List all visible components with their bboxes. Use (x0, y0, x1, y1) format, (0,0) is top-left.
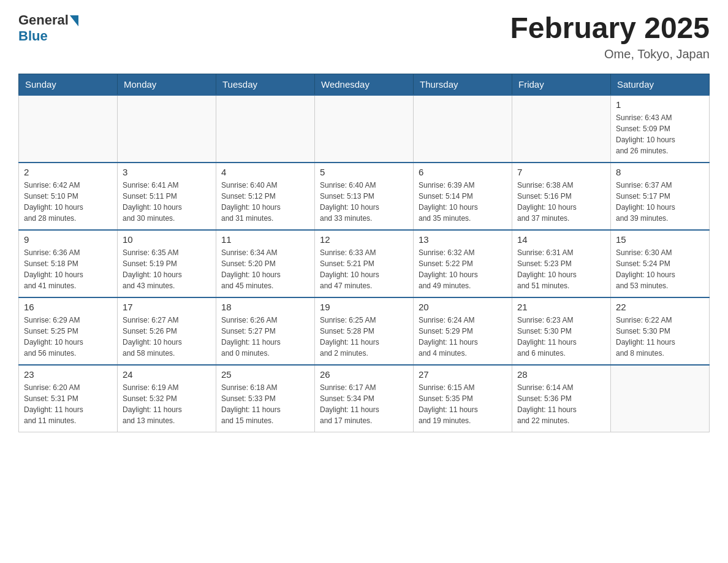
day-info: Sunrise: 6:41 AMSunset: 5:11 PMDaylight:… (123, 180, 211, 224)
week-row-3: 16Sunrise: 6:29 AMSunset: 5:25 PMDayligh… (19, 297, 710, 365)
day-cell: 2Sunrise: 6:42 AMSunset: 5:10 PMDaylight… (19, 163, 118, 230)
day-number: 11 (221, 234, 309, 245)
day-info: Sunrise: 6:24 AMSunset: 5:29 PMDaylight:… (419, 315, 507, 359)
day-number: 26 (320, 369, 408, 380)
day-cell: 21Sunrise: 6:23 AMSunset: 5:30 PMDayligh… (512, 297, 611, 365)
day-cell: 6Sunrise: 6:39 AMSunset: 5:14 PMDaylight… (414, 163, 512, 230)
day-cell: 1Sunrise: 6:43 AMSunset: 5:09 PMDaylight… (611, 95, 710, 163)
day-number: 20 (419, 302, 507, 312)
col-header-monday: Monday (118, 74, 216, 95)
day-cell: 25Sunrise: 6:18 AMSunset: 5:33 PMDayligh… (216, 365, 315, 432)
day-cell: 4Sunrise: 6:40 AMSunset: 5:12 PMDaylight… (216, 163, 315, 230)
day-number: 23 (24, 369, 112, 380)
day-cell: 5Sunrise: 6:40 AMSunset: 5:13 PMDaylight… (315, 163, 414, 230)
day-number: 19 (320, 302, 408, 312)
day-number: 25 (221, 369, 309, 380)
day-number: 4 (221, 167, 309, 177)
day-cell: 13Sunrise: 6:32 AMSunset: 5:22 PMDayligh… (414, 230, 512, 297)
day-number: 27 (419, 369, 507, 380)
day-number: 2 (24, 167, 112, 177)
day-number: 6 (419, 167, 507, 177)
day-info: Sunrise: 6:32 AMSunset: 5:22 PMDaylight:… (419, 247, 507, 291)
day-info: Sunrise: 6:15 AMSunset: 5:35 PMDaylight:… (419, 382, 507, 426)
day-info: Sunrise: 6:14 AMSunset: 5:36 PMDaylight:… (517, 382, 605, 426)
day-info: Sunrise: 6:26 AMSunset: 5:27 PMDaylight:… (221, 315, 309, 359)
day-cell: 9Sunrise: 6:36 AMSunset: 5:18 PMDaylight… (19, 230, 118, 297)
day-info: Sunrise: 6:31 AMSunset: 5:23 PMDaylight:… (517, 247, 605, 291)
day-cell: 20Sunrise: 6:24 AMSunset: 5:29 PMDayligh… (414, 297, 512, 365)
col-header-friday: Friday (512, 74, 611, 95)
day-cell (611, 365, 710, 432)
day-info: Sunrise: 6:36 AMSunset: 5:18 PMDaylight:… (24, 247, 112, 291)
calendar-title: February 2025 (510, 12, 710, 45)
week-row-2: 9Sunrise: 6:36 AMSunset: 5:18 PMDaylight… (19, 230, 710, 297)
day-cell: 15Sunrise: 6:30 AMSunset: 5:24 PMDayligh… (611, 230, 710, 297)
day-number: 10 (123, 234, 211, 245)
week-row-0: 1Sunrise: 6:43 AMSunset: 5:09 PMDaylight… (19, 95, 710, 163)
day-cell: 27Sunrise: 6:15 AMSunset: 5:35 PMDayligh… (414, 365, 512, 432)
day-number: 3 (123, 167, 211, 177)
day-cell (512, 95, 611, 163)
day-info: Sunrise: 6:43 AMSunset: 5:09 PMDaylight:… (616, 112, 704, 156)
day-cell: 8Sunrise: 6:37 AMSunset: 5:17 PMDaylight… (611, 163, 710, 230)
week-row-1: 2Sunrise: 6:42 AMSunset: 5:10 PMDaylight… (19, 163, 710, 230)
day-cell: 10Sunrise: 6:35 AMSunset: 5:19 PMDayligh… (118, 230, 216, 297)
title-block: February 2025 Ome, Tokyo, Japan (510, 12, 710, 61)
calendar-table: SundayMondayTuesdayWednesdayThursdayFrid… (18, 74, 710, 433)
day-cell (19, 95, 118, 163)
day-cell: 3Sunrise: 6:41 AMSunset: 5:11 PMDaylight… (118, 163, 216, 230)
day-cell: 18Sunrise: 6:26 AMSunset: 5:27 PMDayligh… (216, 297, 315, 365)
day-cell (216, 95, 315, 163)
day-info: Sunrise: 6:27 AMSunset: 5:26 PMDaylight:… (123, 315, 211, 359)
day-number: 12 (320, 234, 408, 245)
day-number: 15 (616, 234, 704, 245)
day-info: Sunrise: 6:30 AMSunset: 5:24 PMDaylight:… (616, 247, 704, 291)
col-header-saturday: Saturday (611, 74, 710, 95)
day-info: Sunrise: 6:34 AMSunset: 5:20 PMDaylight:… (221, 247, 309, 291)
day-cell: 28Sunrise: 6:14 AMSunset: 5:36 PMDayligh… (512, 365, 611, 432)
page-header: General Blue February 2025 Ome, Tokyo, J… (18, 12, 710, 61)
week-row-4: 23Sunrise: 6:20 AMSunset: 5:31 PMDayligh… (19, 365, 710, 432)
day-info: Sunrise: 6:39 AMSunset: 5:14 PMDaylight:… (419, 180, 507, 224)
day-info: Sunrise: 6:19 AMSunset: 5:32 PMDaylight:… (123, 382, 211, 426)
day-info: Sunrise: 6:17 AMSunset: 5:34 PMDaylight:… (320, 382, 408, 426)
day-cell (118, 95, 216, 163)
day-number: 17 (123, 302, 211, 312)
calendar-subtitle: Ome, Tokyo, Japan (510, 47, 710, 61)
day-number: 7 (517, 167, 605, 177)
day-cell: 7Sunrise: 6:38 AMSunset: 5:16 PMDaylight… (512, 163, 611, 230)
day-cell (414, 95, 512, 163)
day-info: Sunrise: 6:42 AMSunset: 5:10 PMDaylight:… (24, 180, 112, 224)
day-number: 24 (123, 369, 211, 380)
day-info: Sunrise: 6:25 AMSunset: 5:28 PMDaylight:… (320, 315, 408, 359)
day-cell (315, 95, 414, 163)
col-header-wednesday: Wednesday (315, 74, 414, 95)
day-cell: 26Sunrise: 6:17 AMSunset: 5:34 PMDayligh… (315, 365, 414, 432)
day-info: Sunrise: 6:38 AMSunset: 5:16 PMDaylight:… (517, 180, 605, 224)
day-info: Sunrise: 6:37 AMSunset: 5:17 PMDaylight:… (616, 180, 704, 224)
day-number: 8 (616, 167, 704, 177)
day-number: 21 (517, 302, 605, 312)
logo-blue-text: Blue (18, 28, 48, 44)
day-cell: 16Sunrise: 6:29 AMSunset: 5:25 PMDayligh… (19, 297, 118, 365)
day-info: Sunrise: 6:22 AMSunset: 5:30 PMDaylight:… (616, 315, 704, 359)
day-number: 28 (517, 369, 605, 380)
day-number: 1 (616, 99, 704, 110)
day-info: Sunrise: 6:23 AMSunset: 5:30 PMDaylight:… (517, 315, 605, 359)
day-info: Sunrise: 6:29 AMSunset: 5:25 PMDaylight:… (24, 315, 112, 359)
day-info: Sunrise: 6:35 AMSunset: 5:19 PMDaylight:… (123, 247, 211, 291)
col-header-thursday: Thursday (414, 74, 512, 95)
day-number: 9 (24, 234, 112, 245)
day-info: Sunrise: 6:40 AMSunset: 5:13 PMDaylight:… (320, 180, 408, 224)
day-cell: 17Sunrise: 6:27 AMSunset: 5:26 PMDayligh… (118, 297, 216, 365)
day-info: Sunrise: 6:18 AMSunset: 5:33 PMDaylight:… (221, 382, 309, 426)
day-number: 13 (419, 234, 507, 245)
day-cell: 22Sunrise: 6:22 AMSunset: 5:30 PMDayligh… (611, 297, 710, 365)
day-number: 18 (221, 302, 309, 312)
day-info: Sunrise: 6:33 AMSunset: 5:21 PMDaylight:… (320, 247, 408, 291)
day-cell: 14Sunrise: 6:31 AMSunset: 5:23 PMDayligh… (512, 230, 611, 297)
day-number: 5 (320, 167, 408, 177)
calendar-header-row: SundayMondayTuesdayWednesdayThursdayFrid… (19, 74, 710, 95)
day-cell: 12Sunrise: 6:33 AMSunset: 5:21 PMDayligh… (315, 230, 414, 297)
day-cell: 19Sunrise: 6:25 AMSunset: 5:28 PMDayligh… (315, 297, 414, 365)
